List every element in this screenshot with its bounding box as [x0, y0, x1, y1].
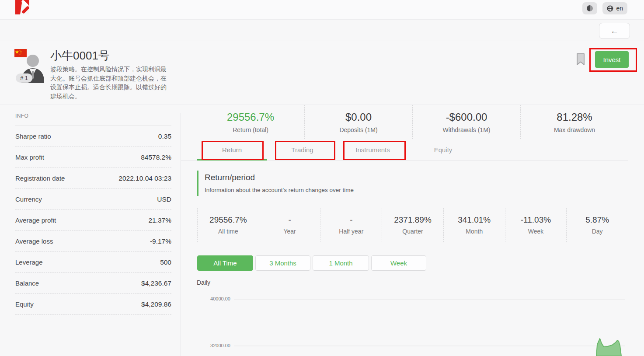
- period-value: 5.87%: [567, 215, 628, 225]
- period-label: Year: [259, 228, 320, 235]
- copyfx-trader-page: en ← # 1 小牛0001号 波段策略。在控制风险情况下，实现利润最大化。: [0, 0, 644, 356]
- summary-stats: 29556.7%Return (total) $0.00Deposits (1M…: [197, 105, 628, 139]
- info-label: Max profit: [15, 154, 44, 161]
- back-arrow-icon: ←: [610, 26, 619, 35]
- info-row-registration-date: Registration date2022.10.04 03:23: [15, 168, 171, 189]
- info-rows: Sharpe ratio0.35 Max profit84578.2% Regi…: [15, 126, 171, 315]
- active-tab-underline: [197, 159, 267, 161]
- info-value: 2022.10.04 03:23: [118, 175, 171, 182]
- main-panel: 29556.7%Return (total) $0.00Deposits (1M…: [181, 105, 644, 356]
- area-series-spike: [596, 339, 621, 356]
- range-button-1-month[interactable]: 1 Month: [313, 255, 369, 271]
- info-value: 0.35: [158, 133, 171, 140]
- info-row-currency: CurrencyUSD: [15, 189, 171, 210]
- period-month: 341.01%Month: [443, 208, 505, 242]
- toolbar-row: ←: [0, 20, 644, 41]
- info-row-max-profit: Max profit84578.2%: [15, 147, 171, 168]
- rank-badge: # 1: [16, 73, 32, 83]
- info-row-average-profit: Average profit21.37%: [15, 210, 171, 231]
- period-quarter: 2371.89%Quarter: [382, 208, 443, 242]
- stat-value: 29556.7%: [197, 111, 304, 123]
- stat-label: Return (total): [197, 126, 304, 133]
- tab-return[interactable]: Return: [197, 139, 267, 161]
- theme-toggle-button[interactable]: [582, 2, 597, 14]
- tab-bar: Return Trading Instruments Equity: [181, 139, 628, 161]
- account-name: 小牛0001号: [50, 48, 110, 63]
- period-value: -11.03%: [505, 215, 567, 225]
- period-label: All time: [198, 228, 259, 235]
- stat-value: -$600.00: [413, 111, 520, 123]
- globe-icon: [607, 5, 613, 12]
- back-button[interactable]: ←: [599, 23, 630, 39]
- info-label: Leverage: [15, 258, 43, 266]
- info-value: -9.17%: [150, 237, 171, 245]
- info-row-balance: Balance$4,236.67: [15, 273, 171, 294]
- tab-trading[interactable]: Trading: [267, 139, 338, 161]
- info-value: 500: [160, 258, 171, 266]
- period-stats: 29556.7%All time -Year -Half year 2371.8…: [197, 208, 628, 242]
- top-header: en: [0, 0, 644, 20]
- period-half-year: -Half year: [320, 208, 382, 242]
- stat-max-drawdown: 81.28%Max drawdown: [520, 105, 628, 139]
- header-actions: en: [582, 2, 627, 14]
- period-label: Week: [505, 228, 567, 235]
- language-button[interactable]: en: [602, 2, 627, 14]
- period-day: 5.87%Day: [566, 208, 628, 242]
- info-row-leverage: Leverage500: [15, 252, 171, 273]
- profile-section: # 1 小牛0001号 波段策略。在控制风险情况下，实现利润最大化。账号会抓住底…: [0, 41, 644, 105]
- period-value: 2371.89%: [382, 215, 443, 225]
- brand-logo-icon: [15, 0, 33, 15]
- stat-return-total: 29556.7%Return (total): [197, 105, 304, 139]
- info-label: Equity: [15, 300, 34, 308]
- info-row-sharpe-ratio: Sharpe ratio0.35: [15, 126, 171, 147]
- stat-withdrawals: -$600.00Withdrawals (1M): [412, 105, 520, 139]
- period-label: Quarter: [382, 228, 443, 235]
- period-value: 29556.7%: [198, 215, 259, 225]
- tab-instruments[interactable]: Instruments: [338, 139, 408, 161]
- tab-equity[interactable]: Equity: [408, 139, 478, 161]
- info-value: $4,209.86: [141, 300, 171, 308]
- section-header: Return/period Information about the acco…: [197, 171, 354, 196]
- language-label: en: [616, 5, 623, 12]
- info-label: Balance: [15, 279, 39, 287]
- info-label: Registration date: [15, 175, 65, 182]
- stat-label: Withdrawals (1M): [413, 126, 520, 133]
- info-row-equity: Equity$4,209.86: [15, 294, 171, 315]
- info-value: 84578.2%: [141, 154, 171, 161]
- info-row-average-loss: Average loss-9.17%: [15, 231, 171, 252]
- frequency-label: Daily: [197, 279, 210, 286]
- account-description: 波段策略。在控制风险情况下，实现利润最大化。账号会抓住底部和顶部建仓机会，在设置…: [50, 65, 167, 101]
- period-year: -Year: [259, 208, 320, 242]
- stat-deposits: $0.00Deposits (1M): [304, 105, 412, 139]
- section-title: Return/period: [205, 173, 354, 182]
- info-value: $4,236.67: [141, 279, 171, 287]
- info-label: Currency: [15, 195, 42, 203]
- stat-label: Max drawdown: [521, 126, 628, 133]
- info-title: INFO: [15, 113, 171, 119]
- stat-label: Deposits (1M): [305, 126, 412, 133]
- stat-value: $0.00: [305, 111, 412, 123]
- info-value: 21.37%: [148, 216, 171, 224]
- range-button-3-months[interactable]: 3 Months: [255, 255, 310, 271]
- period-all-time: 29556.7%All time: [197, 208, 259, 242]
- info-label: Average loss: [15, 237, 53, 245]
- return-area-chart: [188, 286, 644, 356]
- period-value: 341.01%: [444, 215, 505, 225]
- range-button-week[interactable]: Week: [371, 255, 426, 271]
- content-area: INFO Sharpe ratio0.35 Max profit84578.2%…: [0, 105, 644, 356]
- info-label: Average profit: [15, 216, 56, 224]
- info-label: Sharpe ratio: [15, 133, 51, 140]
- period-label: Half year: [320, 228, 382, 235]
- range-filter: All Time 3 Months 1 Month Week: [197, 255, 426, 271]
- period-value: -: [259, 215, 320, 225]
- period-value: -: [320, 215, 382, 225]
- invest-button[interactable]: Invest: [595, 51, 629, 68]
- contrast-icon: [587, 5, 593, 11]
- period-week: -11.03%Week: [505, 208, 567, 242]
- bookmark-icon[interactable]: [576, 53, 585, 66]
- range-button-all-time[interactable]: All Time: [197, 255, 253, 271]
- info-value: USD: [157, 195, 171, 203]
- roboforex-logo[interactable]: [15, 0, 33, 15]
- period-label: Day: [567, 228, 628, 235]
- info-panel: INFO Sharpe ratio0.35 Max profit84578.2%…: [15, 113, 171, 315]
